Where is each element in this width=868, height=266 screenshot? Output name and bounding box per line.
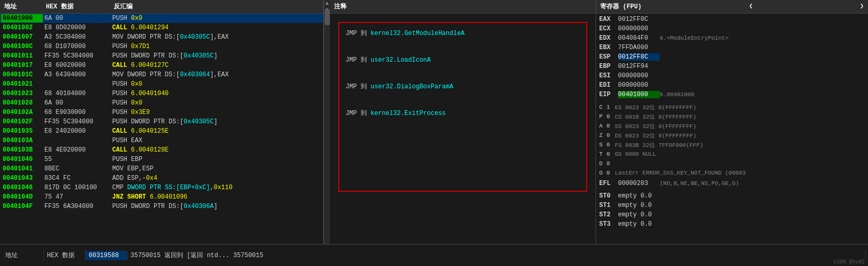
reg-value[interactable]: 0012FF0C	[618, 16, 660, 23]
efl-value[interactable]: 00000203	[618, 180, 660, 187]
flag-detail: ES 0023 32位 0(FFFFFFFF)	[615, 103, 696, 111]
disasm-asm-cell: PUSH 0x0	[111, 80, 322, 88]
comment-jmp-label: JMP 到	[346, 56, 371, 64]
comment-jmp-label: JMP 到	[346, 30, 371, 37]
flag-val[interactable]: 0	[607, 113, 615, 120]
disasm-addr-cell: 00401028	[1, 99, 43, 107]
disasm-body[interactable]: 004010006A 00PUSH 0x000401002E8 8D020000…	[0, 14, 323, 244]
disasm-addr-cell: 00401017	[1, 61, 43, 70]
disasm-asm-cell: PUSH EBP	[111, 155, 322, 164]
disasm-row[interactable]: 0040100C68 D1070000PUSH 0x7D1	[0, 42, 323, 51]
fpu-reg-name: ST2	[599, 211, 618, 218]
flag-val[interactable]: 0	[607, 132, 615, 138]
disasm-row[interactable]: 0040104FFF35 6A304000PUSH DWORD PTR DS:[…	[0, 202, 323, 211]
disasm-hex-cell: 8BEC	[43, 165, 111, 173]
fpu-reg-row: ST2empty 0.0	[599, 210, 865, 219]
disasm-row[interactable]: 004010286A 00PUSH 0x0	[0, 98, 323, 108]
disasm-row[interactable]: 0040102368 40104000PUSH 6.00401040	[0, 89, 323, 98]
disasm-addr-cell: 00401023	[1, 89, 43, 98]
flag-row: A0SS 0023 32位 0(FFFFFFFF)	[599, 121, 865, 131]
disasm-asm-cell: PUSH DWORD PTR DS:[0x40305C]	[111, 52, 322, 60]
eip-value[interactable]: 00401000	[618, 91, 660, 98]
reg-value[interactable]: 0012FF8C	[618, 53, 660, 61]
disasm-row[interactable]: 00401046817D 0C 100100CMP DWORD PTR SS:[…	[0, 183, 323, 192]
flag-val[interactable]: 0	[607, 151, 615, 157]
flag-letter: O	[599, 170, 607, 176]
disasm-row[interactable]: 0040104D75 47JNZ SHORT 6.00401096	[0, 192, 323, 202]
flag-letter: P	[599, 113, 607, 120]
flag-letter: A	[599, 123, 607, 129]
disasm-asm-cell: ADD ESP,-0x4	[111, 174, 322, 182]
fpu-reg-value: empty 0.0	[618, 192, 660, 200]
disasm-row[interactable]: 0040103BE8 4E020000CALL 6.0040128E	[0, 145, 323, 155]
disasm-asm-cell: PUSH 0x7D1	[111, 42, 322, 51]
flag-letter: C	[599, 104, 607, 110]
flag-detail: FS 003B 32位 7FFDF000(FFF)	[615, 141, 703, 149]
disasm-row[interactable]: 00401007A3 5C304000MOV DWORD PTR DS:[0x4…	[0, 32, 323, 42]
disasm-asm-cell: CALL 6.0040127C	[111, 61, 322, 70]
reg-value[interactable]: 0012FF94	[618, 63, 660, 70]
registers-collapse-icon[interactable]: ❮	[749, 2, 753, 11]
flag-detail: CS 001B 32位 0(FFFFFFFF)	[615, 113, 696, 121]
reg-value[interactable]: 00000000	[618, 82, 660, 89]
disasm-row[interactable]: 0040102A68 E9030000PUSH 0x3E9	[0, 108, 323, 117]
flag-val[interactable]: 1	[607, 104, 615, 110]
register-row: EAX0012FF0C	[599, 15, 865, 24]
flag-letter: Z	[599, 132, 607, 138]
reg-name: EDX	[599, 34, 618, 42]
disasm-col-addr: 地址	[2, 1, 44, 12]
disasm-row[interactable]: 00401021PUSH 0x0	[0, 79, 323, 89]
disasm-hex-cell: 6A 00	[43, 14, 111, 22]
scroll-thumb[interactable]	[325, 9, 330, 25]
disasm-col-asm: 反汇编	[112, 1, 321, 12]
reg-name: EDI	[599, 82, 618, 89]
flag-val[interactable]: 0	[607, 160, 615, 167]
disasm-scrollbar[interactable]: ▲ ▼	[324, 0, 330, 244]
reg-value[interactable]: 7FFDA000	[618, 44, 660, 51]
flag-val[interactable]: 0	[607, 123, 615, 129]
fpu-reg-value: empty 0.0	[618, 221, 660, 228]
disasm-hex-cell: 6A 00	[43, 99, 111, 107]
efl-row: EFL00000203 (NO,B,NE,BE,NS,PO,GE,G)	[599, 179, 865, 188]
reg-name: EAX	[599, 16, 618, 23]
disasm-hex-cell: FF35 5C304000	[43, 118, 111, 126]
reg-value[interactable]: 00000000	[618, 25, 660, 32]
disasm-row[interactable]: 0040102FFF35 5C304000PUSH DWORD PTR DS:[…	[0, 117, 323, 126]
registers-panel: 寄存器 (FPU) ❮ ❯ EAX0012FF0CECX00000000EDX0…	[596, 0, 868, 244]
reg-value[interactable]: 00000000	[618, 72, 660, 79]
disasm-addr-cell: 00401041	[1, 165, 43, 173]
disasm-asm-cell: MOV EBP,ESP	[111, 165, 322, 173]
comment-func-name: kernel32.GetModuleHandleA	[371, 30, 465, 37]
flag-val[interactable]: 0	[607, 170, 615, 176]
flag-detail: DS 0023 32位 0(FFFFFFFF)	[615, 132, 696, 140]
disasm-row[interactable]: 00401002E8 8D020000CALL 6.00401294	[0, 23, 323, 32]
disasm-row[interactable]: 004010006A 00PUSH 0x0	[0, 14, 323, 23]
comment-func-name: kernel32.ExitProcess	[371, 110, 446, 117]
comment-func-name: user32.DialogBoxParamA	[371, 83, 453, 90]
disasm-addr-cell: 00401000	[1, 14, 43, 22]
flag-detail: GS 0000 NULL	[615, 151, 656, 157]
disasm-hex-cell: FF35 5C304000	[43, 52, 111, 60]
disasm-row[interactable]: 0040103APUSH EAX	[0, 136, 323, 145]
disasm-row[interactable]: 0040104055PUSH EBP	[0, 155, 323, 164]
register-row: EBP0012FF94	[599, 62, 865, 71]
disasm-row[interactable]: 004010418BECMOV EBP,ESP	[0, 164, 323, 174]
disasm-row[interactable]: 00401017E8 60020000CALL 6.0040127C	[0, 61, 323, 70]
flag-row: D0	[599, 159, 865, 168]
flag-val[interactable]: 0	[607, 142, 615, 148]
fpu-reg-name: ST1	[599, 202, 618, 209]
disasm-asm-cell: PUSH DWORD PTR DS:[0x40306A]	[111, 202, 322, 211]
disasm-row[interactable]: 0040104383C4 FCADD ESP,-0x4	[0, 174, 323, 183]
registers-body[interactable]: EAX0012FF0CECX00000000EDX004084F0 6.<Mod…	[596, 14, 868, 244]
scroll-up-arrow[interactable]: ▲	[324, 0, 330, 7]
disasm-row[interactable]: 00401011FF35 5C304000PUSH DWORD PTR DS:[…	[0, 51, 323, 61]
disasm-row[interactable]: 00401035E8 24020000CALL 6.0040125E	[0, 126, 323, 136]
disasm-addr-cell: 0040102A	[1, 108, 43, 117]
registers-expand-icon[interactable]: ❯	[860, 2, 864, 11]
flag-row: C1ES 0023 32位 0(FFFFFFFF)	[599, 102, 865, 112]
disasm-row[interactable]: 0040101CA3 64304000MOV DWORD PTR DS:[0x4…	[0, 70, 323, 79]
flag-row: T0GS 0000 NULL	[599, 149, 865, 159]
reg-value[interactable]: 004084F0	[618, 34, 660, 42]
comment-jmp-label: JMP 到	[346, 110, 371, 117]
disasm-asm-cell: MOV DWORD PTR DS:[0x40305C],EAX	[111, 33, 322, 41]
